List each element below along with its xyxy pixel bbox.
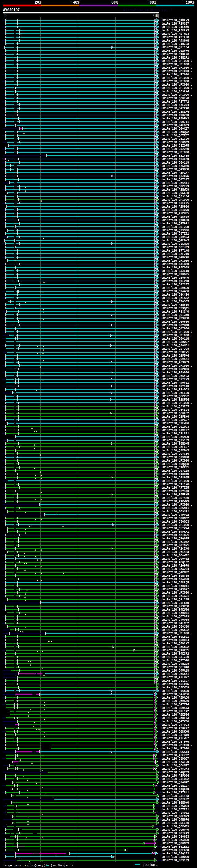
svg-text:~100%: ~100% (184, 0, 194, 5)
svg-text:416|: 416| (153, 14, 159, 18)
svg-text:Large gaps:: Large gaps: (3, 864, 23, 867)
svg-text:20%: 20% (35, 0, 41, 5)
svg-text:=100char.: =100char. (141, 863, 158, 867)
svg-text:UniRef100_P69103: UniRef100_P69103 (162, 859, 189, 862)
svg-text:~60%: ~60% (109, 0, 118, 5)
svg-text:(in Subject): (in Subject) (51, 864, 73, 867)
svg-text:AV639197: AV639197 (3, 8, 20, 12)
svg-text:~40%: ~40% (71, 0, 79, 5)
svg-text:|1: |1 (3, 14, 7, 18)
svg-text:(in Query)/: (in Query)/ (27, 864, 47, 867)
svg-text:~80%: ~80% (147, 0, 156, 5)
